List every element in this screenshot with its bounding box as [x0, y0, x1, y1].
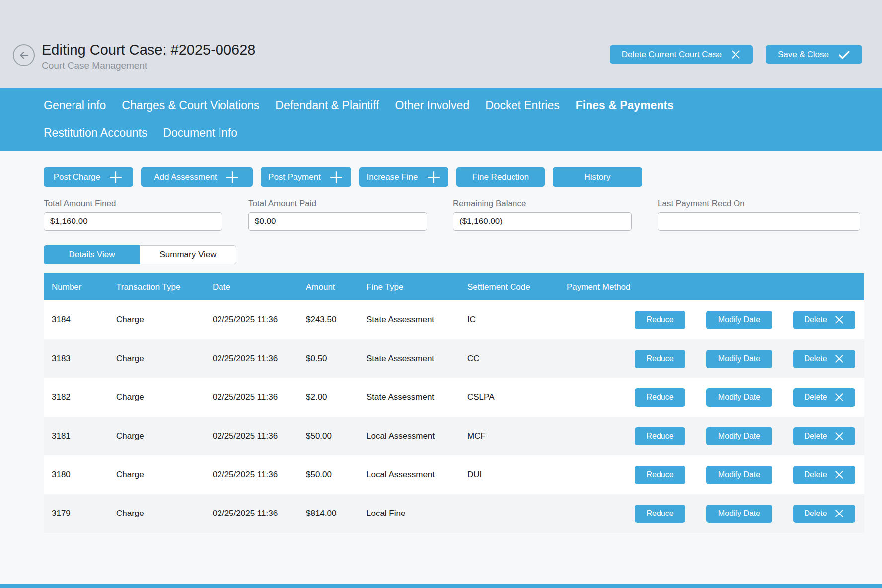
cell-transaction-type: Charge — [108, 509, 205, 518]
post-charge-button[interactable]: Post Charge — [44, 167, 133, 187]
total-amount-paid-label: Total Amount Paid — [248, 199, 427, 209]
arrow-left-icon — [17, 49, 30, 62]
reduce-button[interactable]: Reduce — [635, 311, 685, 329]
modify-date-button[interactable]: Modify Date — [706, 505, 772, 523]
button-label: Delete — [804, 354, 827, 363]
delete-button[interactable]: Delete — [793, 466, 855, 484]
summary-view-tab[interactable]: Summary View — [140, 245, 236, 264]
delete-button[interactable]: Delete — [793, 427, 855, 445]
save-close-button[interactable]: Save & Close — [766, 45, 862, 64]
page-subtitle: Court Case Management — [42, 60, 255, 71]
cell-date: 02/25/2025 11:36 — [205, 315, 298, 325]
modify-date-button[interactable]: Modify Date — [706, 388, 772, 407]
total-amount-paid-field[interactable] — [248, 212, 427, 231]
table-row: 3181 Charge 02/25/2025 11:36 $50.00 Loca… — [44, 417, 864, 455]
tab-charges-court-violations[interactable]: Charges & Court Violations — [122, 94, 259, 116]
tab-document-info[interactable]: Document Info — [163, 122, 237, 144]
table-row: 3184 Charge 02/25/2025 11:36 $243.50 Sta… — [44, 300, 864, 339]
reduce-button[interactable]: Reduce — [635, 350, 685, 368]
cell-transaction-type: Charge — [108, 354, 205, 364]
delete-button[interactable]: Delete — [793, 388, 855, 407]
button-label: Reduce — [646, 509, 673, 518]
back-button[interactable] — [13, 44, 35, 66]
button-label: Reduce — [646, 393, 673, 402]
page-title: Editing Court Case: #2025-00628 — [42, 42, 255, 58]
close-icon — [834, 392, 844, 402]
cell-number: 3182 — [44, 392, 108, 402]
cell-amount: $50.00 — [298, 470, 359, 480]
cell-transaction-type: Charge — [108, 315, 205, 325]
modify-date-button[interactable]: Modify Date — [706, 427, 772, 445]
col-header-amount: Amount — [298, 282, 359, 292]
cell-transaction-type: Charge — [108, 470, 205, 480]
history-button[interactable]: History — [553, 167, 642, 187]
cell-amount: $2.00 — [298, 392, 359, 402]
cell-settlement-code: DUI — [459, 470, 559, 480]
button-label: Post Payment — [268, 172, 321, 182]
delete-button[interactable]: Delete — [793, 311, 855, 329]
plus-icon — [108, 170, 123, 185]
cell-transaction-type: Charge — [108, 392, 205, 402]
cell-date: 02/25/2025 11:36 — [205, 431, 298, 441]
button-label: Modify Date — [718, 470, 760, 479]
tab-fines-payments[interactable]: Fines & Payments — [576, 94, 674, 116]
table-row: 3183 Charge 02/25/2025 11:36 $0.50 State… — [44, 339, 864, 378]
fine-reduction-button[interactable]: Fine Reduction — [456, 167, 545, 187]
cell-number: 3183 — [44, 354, 108, 364]
button-label: Modify Date — [718, 315, 760, 324]
col-header-transaction-type: Transaction Type — [108, 282, 205, 292]
modify-date-button[interactable]: Modify Date — [706, 466, 772, 484]
cell-amount: $814.00 — [298, 509, 359, 518]
cell-fine-type: Local Assessment — [359, 431, 459, 441]
tab-other-involved[interactable]: Other Involved — [395, 94, 470, 116]
button-label: Delete — [804, 509, 827, 518]
plus-icon — [329, 170, 344, 185]
modify-date-button[interactable]: Modify Date — [706, 350, 772, 368]
cell-fine-type: Local Assessment — [359, 470, 459, 480]
remaining-balance-label: Remaining Balance — [453, 199, 632, 209]
tab-bar: General info Charges & Court Violations … — [0, 88, 882, 151]
total-amount-fined-field[interactable] — [44, 212, 222, 231]
reduce-button[interactable]: Reduce — [635, 388, 685, 407]
last-payment-recd-field[interactable] — [658, 212, 860, 231]
close-icon — [834, 315, 844, 325]
button-label: Add Assessment — [154, 172, 217, 182]
table-row: 3182 Charge 02/25/2025 11:36 $2.00 State… — [44, 378, 864, 417]
modify-date-button[interactable]: Modify Date — [706, 311, 772, 329]
cell-number: 3180 — [44, 470, 108, 480]
bottom-accent-bar — [0, 584, 882, 588]
reduce-button[interactable]: Reduce — [635, 427, 685, 445]
tab-general-info[interactable]: General info — [44, 94, 106, 116]
table-header-row: Number Transaction Type Date Amount Fine… — [44, 273, 864, 300]
col-header-number: Number — [44, 282, 108, 292]
button-label: Reduce — [646, 432, 673, 441]
last-payment-recd-label: Last Payment Recd On — [658, 199, 860, 209]
table-row: 3179 Charge 02/25/2025 11:36 $814.00 Loc… — [44, 494, 864, 533]
tab-defendant-plaintiff[interactable]: Defendant & Plaintiff — [275, 94, 379, 116]
col-header-payment-method: Payment Method — [559, 282, 628, 292]
delete-court-case-button[interactable]: Delete Current Court Case — [610, 45, 753, 64]
total-amount-fined-label: Total Amount Fined — [44, 199, 222, 209]
cell-fine-type: Local Fine — [359, 509, 459, 518]
delete-button[interactable]: Delete — [793, 350, 855, 368]
tab-restitution-accounts[interactable]: Restitution Accounts — [44, 122, 147, 144]
post-payment-button[interactable]: Post Payment — [261, 167, 351, 187]
button-label: Modify Date — [718, 393, 760, 402]
remaining-balance-field[interactable] — [453, 212, 632, 231]
button-label: Modify Date — [718, 432, 760, 441]
button-label: Reduce — [646, 315, 673, 324]
add-assessment-button[interactable]: Add Assessment — [141, 167, 253, 187]
reduce-button[interactable]: Reduce — [635, 466, 685, 484]
table-row: 3180 Charge 02/25/2025 11:36 $50.00 Loca… — [44, 455, 864, 494]
fines-toolbar: Post Charge Add Assessment Post Payment … — [44, 167, 864, 187]
cell-settlement-code: IC — [459, 315, 559, 325]
button-label: Modify Date — [718, 354, 760, 363]
details-view-tab[interactable]: Details View — [44, 245, 140, 264]
button-label: Delete — [804, 315, 827, 324]
reduce-button[interactable]: Reduce — [635, 505, 685, 523]
close-icon — [834, 431, 844, 441]
tab-docket-entries[interactable]: Docket Entries — [485, 94, 560, 116]
delete-button[interactable]: Delete — [793, 505, 855, 523]
increase-fine-button[interactable]: Increase Fine — [359, 167, 448, 187]
cell-amount: $0.50 — [298, 354, 359, 364]
